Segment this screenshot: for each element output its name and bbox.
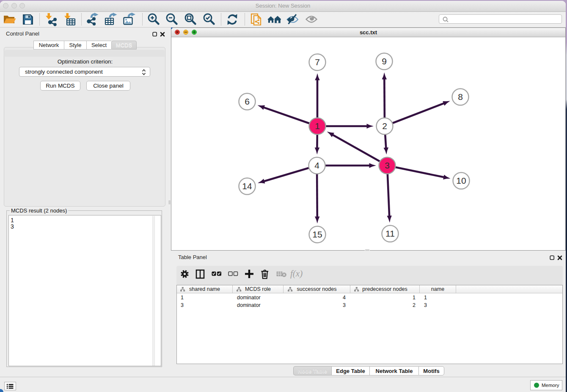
svg-text:2: 2: [382, 121, 387, 131]
svg-text:11: 11: [385, 229, 395, 238]
svg-text:14: 14: [242, 181, 252, 191]
svg-text:10: 10: [456, 176, 466, 185]
svg-text:8: 8: [458, 92, 463, 102]
svg-text:9: 9: [382, 56, 387, 66]
svg-text:6: 6: [245, 97, 250, 106]
svg-text:1: 1: [315, 121, 320, 131]
svg-text:3: 3: [385, 160, 390, 170]
svg-text:15: 15: [312, 229, 322, 239]
svg-text:4: 4: [314, 160, 319, 170]
svg-text:7: 7: [315, 57, 320, 67]
